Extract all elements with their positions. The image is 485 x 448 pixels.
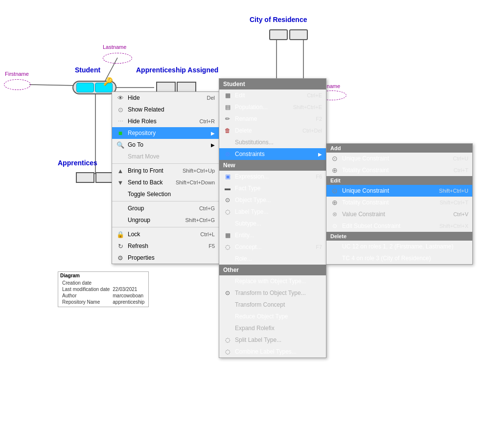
tc-delete[interactable]: TC 4 on role 3 (City of Residence) (326, 252, 472, 264)
diagram-info-modified-label: Last modification date (61, 287, 111, 292)
ungroup-label: Ungroup (128, 217, 150, 224)
subset-edit-label: Edit Subset Constraint (342, 223, 400, 229)
student-label: Student (75, 66, 100, 74)
combine-label-label: Combine Label Types... (235, 348, 297, 355)
goto-label: Go To (128, 141, 143, 148)
apprentices-label: Apprentices (58, 159, 97, 167)
toggle-selection-label: Toggle Selection (128, 191, 171, 198)
context-menu: 👁 Hide Del ⊙ Show Related ⋯ Hide Roles C… (112, 91, 219, 264)
key-icon: 🔑 (103, 77, 113, 86)
menu-item-hide-roles[interactable]: ⋯ Hide Roles Ctrl+R (112, 115, 219, 127)
delete-icon: 🗑 (223, 126, 232, 135)
concept-label: Concept... (235, 244, 262, 250)
submenu-object-type[interactable]: ⊙ Object Type... (219, 194, 326, 206)
constraints-add-section: Add (326, 144, 472, 153)
ungroup-icon (116, 216, 125, 224)
edit-icon: ▦ (223, 91, 232, 100)
refresh-shortcut: F5 (199, 243, 215, 249)
roles-icon: ⋯ (116, 117, 125, 126)
submenu-combine-label[interactable]: ◌ Combine Label Types... (219, 346, 326, 358)
fact-type-icon: ▬ (223, 184, 232, 193)
transform-concept-icon (223, 300, 232, 309)
expression-shortcut: F6 (306, 174, 322, 179)
menu-item-toggle-selection[interactable]: Toggle Selection (112, 188, 219, 200)
unique-constraint-edit[interactable]: ⊙ Unique Constraint Shift+Ctrl+U (326, 185, 472, 197)
submenu-constraints-panel: Add ⊙ Unique Constraint Ctrl+U ⊕ Totalit… (326, 143, 473, 265)
hide-roles-label: Hide Roles (128, 118, 157, 125)
smart-move-label: Smart Move (128, 153, 160, 160)
submenu-label-type[interactable]: ◌ Label Type... (219, 206, 326, 218)
menu-item-show-related[interactable]: ⊙ Show Related (112, 104, 219, 115)
unique-edit-icon: ⊙ (330, 186, 339, 195)
lastname-ellipse (103, 53, 132, 64)
totality-add-shortcut: Ctrl+T (444, 167, 468, 173)
menu-item-bring-front[interactable]: ▲ Bring to Front Shift+Ctrl+Up (112, 165, 219, 177)
subset-edit-shortcut: Shift+Ctrl+X (430, 223, 468, 229)
transform-obj-icon: ⊙ (223, 289, 232, 297)
submenu-role[interactable]: Role... (219, 253, 326, 265)
menu-item-refresh[interactable]: ↻ Refresh F5 (112, 240, 219, 252)
menu-item-hide[interactable]: 👁 Hide Del (112, 92, 219, 104)
menu-item-send-back[interactable]: ▼ Send to Back Shift+Ctrl+Down (112, 177, 219, 188)
diagram-info: Diagram Creation date Last modification … (58, 271, 149, 307)
submenu-delete[interactable]: 🗑 Delete Ctrl+Del (219, 125, 326, 136)
submenu-constraints[interactable]: ⊘ Constraints ▶ Add ⊙ Unique Constraint … (219, 148, 326, 160)
edit-shortcut: Ctrl+E (297, 92, 322, 98)
submenu-fact-type[interactable]: ▬ Fact Type (219, 182, 326, 194)
value-edit-label: Value Constraint (342, 211, 385, 218)
menu-item-group[interactable]: Group Ctrl+G (112, 202, 219, 214)
concept-icon: ◌ (223, 243, 232, 251)
lock-label: Lock (128, 231, 140, 238)
bring-front-icon: ▲ (116, 166, 125, 175)
submenu-entity[interactable]: ▦ Entity... (219, 229, 326, 241)
submenu-edit[interactable]: ▦ Edit Ctrl+E (219, 90, 326, 101)
tc-delete-icon (330, 254, 339, 263)
submenu-concept[interactable]: ◌ Concept... F7 (219, 241, 326, 253)
diagram-info-repo-label: Repository Name (61, 299, 111, 305)
split-label-icon: ◌ (223, 336, 232, 344)
menu-item-lock[interactable]: 🔒 Lock Ctrl+L (112, 228, 219, 240)
submenu-split-label: ◌ Split Label Type... (219, 334, 326, 346)
submenu-rename[interactable]: ✏ Rename F2 (219, 113, 326, 125)
replace-obj-label: Replace with Object Type... (235, 278, 306, 285)
send-back-shortcut: Shift+Ctrl+Down (166, 179, 215, 185)
goto-arrow: ▶ (211, 142, 215, 148)
smart-move-icon (116, 152, 125, 161)
constraints-edit-section: Edit (326, 176, 472, 185)
toggle-selection-icon (116, 190, 125, 199)
expression-label: Expression... (235, 173, 269, 180)
split-label-label: Split Label Type... (235, 336, 281, 343)
value-edit-icon: ⊗ (330, 210, 339, 219)
delete-label: Delete (235, 127, 252, 134)
totality-constraint-edit[interactable]: ⊕ Totality Constraint Shift+Ctrl+T (326, 197, 472, 208)
uc-delete[interactable]: UC 12 on roles 1, 2 (Firstname, Lastname… (326, 241, 472, 252)
submenu-student: Student ▦ Edit Ctrl+E ▤ Population... Sh… (219, 78, 326, 358)
submenu-replace-obj[interactable]: Replace with Object Type... (219, 275, 326, 287)
subtype-icon (223, 219, 232, 228)
properties-label: Properties (128, 254, 155, 261)
hide-shortcut: Del (197, 95, 215, 101)
menu-item-ungroup[interactable]: Ungroup Shift+Ctrl+G (112, 214, 219, 226)
subset-constraint-edit[interactable]: ⊙ Edit Subset Constraint Shift+Ctrl+X (326, 220, 472, 232)
submenu-subtype[interactable]: Subtype... (219, 218, 326, 229)
unique-constraint-add[interactable]: ⊙ Unique Constraint Ctrl+U (326, 153, 472, 164)
submenu-reduce-obj[interactable]: Reduce Object Type (219, 311, 326, 322)
bring-front-shortcut: Shift+Ctrl+Up (173, 168, 215, 174)
hide-icon: 👁 (116, 93, 125, 102)
menu-item-repository[interactable]: ■ Repository ▶ Student ▦ Edit Ctrl+E ▤ P… (112, 127, 219, 139)
send-back-label: Send to Back (128, 179, 162, 186)
submenu-population[interactable]: ▤ Population... Shift+Ctrl+E (219, 101, 326, 113)
totality-edit-icon: ⊕ (330, 198, 339, 207)
submenu-expression[interactable]: ▣ Expression... F6 (219, 171, 326, 182)
repository-arrow: ▶ (211, 131, 215, 136)
value-edit-shortcut: Ctrl+V (443, 211, 468, 217)
totality-constraint-add[interactable]: ⊕ Totality Constraint Ctrl+T (326, 164, 472, 176)
label-type-label: Label Type... (235, 208, 269, 215)
hide-roles-shortcut: Ctrl+R (190, 118, 215, 124)
menu-item-goto[interactable]: 🔍 Go To ▶ (112, 139, 219, 151)
uc-delete-label: UC 12 on roles 1, 2 (Firstname, Lastname… (342, 243, 453, 250)
diagram-info-modified-value: 22/03/2021 (112, 287, 145, 292)
menu-item-properties[interactable]: ⚙ Properties (112, 252, 219, 264)
student-entity[interactable]: 🔑 (72, 81, 116, 94)
show-related-label: Show Related (128, 106, 164, 113)
